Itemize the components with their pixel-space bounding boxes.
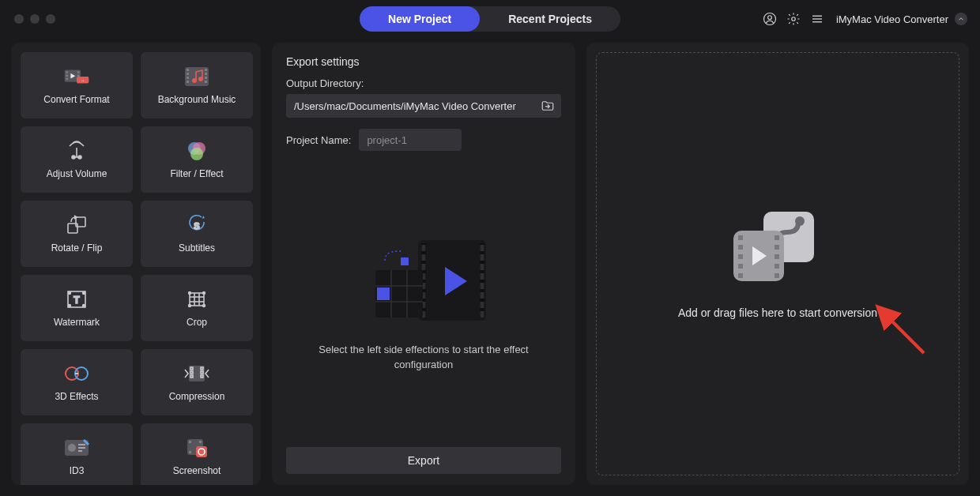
tool-label: ID3 (70, 465, 85, 476)
minimize-window-button[interactable] (30, 14, 40, 24)
tool-label: Screenshot (173, 465, 221, 476)
svg-point-38 (83, 305, 85, 307)
app-name-label: iMyMac Video Converter (836, 13, 948, 25)
svg-rect-83 (481, 245, 484, 251)
project-name-input[interactable] (359, 129, 462, 151)
svg-rect-90 (481, 311, 484, 318)
tool-filter-effect[interactable]: Filter / Effect (141, 126, 253, 193)
output-directory-field[interactable]: /Users/mac/Documents/iMyMac Video Conver… (286, 94, 561, 118)
svg-rect-58 (201, 375, 203, 378)
svg-rect-96 (377, 287, 390, 300)
svg-rect-54 (190, 371, 193, 374)
svg-rect-10 (77, 71, 80, 73)
close-window-button[interactable] (14, 14, 24, 24)
svg-point-2 (792, 17, 796, 21)
svg-rect-56 (201, 367, 203, 370)
titlebar: New Project Recent Projects iMyMac Video… (0, 0, 980, 38)
tool-convert-format[interactable]: →Convert Format (21, 52, 133, 118)
tool-label: Subtitles (179, 242, 215, 254)
svg-rect-9 (66, 78, 68, 81)
tool-watermark[interactable]: TWatermark (21, 275, 133, 341)
svg-rect-88 (481, 292, 484, 299)
svg-rect-22 (205, 77, 207, 79)
fullscreen-window-button[interactable] (46, 14, 55, 24)
compression-icon (183, 363, 210, 385)
svg-rect-21 (205, 73, 207, 75)
svg-rect-97 (401, 257, 409, 265)
svg-point-1 (768, 16, 772, 20)
tab-recent-projects[interactable]: Recent Projects (480, 6, 620, 32)
tool-id3[interactable]: ID3 (21, 423, 133, 485)
tool-background-music[interactable]: Background Music (141, 52, 253, 118)
tool-label: Watermark (54, 317, 100, 328)
screenshot-icon (183, 437, 210, 459)
settings-icon[interactable] (786, 11, 801, 27)
tool-crop[interactable]: Crop (141, 275, 253, 341)
tab-new-project[interactable]: New Project (360, 6, 480, 32)
svg-rect-86 (481, 273, 484, 280)
svg-point-36 (83, 292, 85, 295)
convert-format-icon: → (63, 66, 90, 88)
svg-point-48 (203, 305, 205, 307)
svg-text:S: S (194, 221, 199, 231)
effect-illustration-caption: Select the left side effections to start… (305, 343, 542, 371)
output-directory-label: Output Directory: (286, 77, 561, 89)
tool-subtitles[interactable]: SSubtitles (141, 201, 253, 267)
svg-rect-108 (775, 254, 779, 259)
svg-rect-106 (775, 235, 779, 240)
svg-rect-8 (66, 74, 68, 77)
svg-rect-101 (738, 235, 743, 240)
svg-rect-16 (187, 69, 189, 71)
app-name-chip: iMyMac Video Converter (833, 13, 971, 25)
svg-rect-89 (481, 302, 484, 308)
svg-rect-55 (190, 375, 193, 378)
svg-rect-69 (196, 446, 207, 457)
window-controls (14, 14, 55, 24)
export-settings-heading: Export settings (286, 55, 561, 68)
svg-rect-84 (481, 254, 484, 261)
svg-rect-17 (187, 73, 189, 75)
svg-rect-11 (77, 74, 80, 77)
project-name-label: Project Name: (286, 134, 351, 146)
dropzone-icon (730, 209, 825, 284)
subtitles-icon: S (183, 214, 210, 236)
svg-rect-23 (205, 81, 207, 83)
svg-point-27 (78, 156, 81, 159)
dropzone-panel: Add or drag files here to start conversi… (586, 43, 969, 485)
svg-rect-57 (201, 371, 203, 374)
tool-3d-effects[interactable]: 3D Effects (21, 349, 133, 415)
tool-adjust-volume[interactable]: Adjust Volume (21, 126, 133, 193)
svg-point-45 (189, 292, 191, 295)
tool-label: Crop (187, 317, 207, 328)
tool-label: Convert Format (43, 94, 109, 105)
tool-rotate-flip[interactable]: Rotate / Flip (21, 201, 133, 267)
svg-point-60 (68, 444, 76, 452)
collapse-icon[interactable] (955, 13, 967, 25)
svg-rect-66 (189, 451, 191, 453)
filter-effect-icon (183, 140, 210, 162)
export-button[interactable]: Export (286, 447, 561, 474)
export-settings-panel: Export settings Output Directory: /Users… (272, 43, 575, 485)
svg-text:→: → (81, 78, 85, 83)
menu-icon[interactable] (809, 11, 825, 27)
svg-point-35 (69, 292, 71, 295)
svg-rect-18 (187, 77, 189, 79)
tool-label: Compression (169, 391, 225, 402)
svg-point-47 (189, 305, 191, 307)
tool-compression[interactable]: Compression (141, 349, 253, 415)
svg-rect-102 (738, 245, 743, 250)
id3-icon (63, 437, 90, 459)
svg-rect-87 (481, 283, 484, 289)
titlebar-right: iMyMac Video Converter (762, 11, 971, 27)
tool-label: 3D Effects (55, 391, 98, 402)
adjust-volume-icon (63, 140, 90, 162)
background-music-icon (183, 66, 210, 88)
tool-screenshot[interactable]: Screenshot (141, 423, 253, 485)
dropzone[interactable]: Add or drag files here to start conversi… (596, 52, 959, 475)
account-icon[interactable] (762, 11, 778, 27)
svg-rect-105 (738, 273, 743, 278)
workspace: →Convert FormatBackground MusicAdjust Vo… (0, 38, 980, 496)
tool-label: Filter / Effect (170, 168, 223, 179)
svg-rect-107 (775, 245, 779, 250)
open-folder-icon[interactable] (539, 97, 556, 115)
